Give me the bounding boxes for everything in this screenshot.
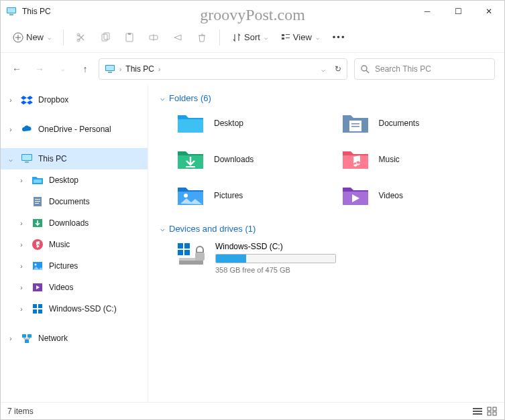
svg-rect-34 (33, 304, 37, 308)
chevron-right-icon[interactable]: › (6, 96, 15, 104)
chevron-right-icon[interactable]: › (17, 263, 26, 270)
sidebar-item-pictures[interactable]: › Pictures (1, 255, 148, 277)
sidebar-item-label: Desktop (49, 176, 78, 185)
svg-rect-2 (9, 14, 13, 15)
svg-rect-59 (493, 412, 496, 415)
sidebar-item-documents[interactable]: Documents (1, 191, 148, 212)
window-controls: ─ ☐ ✕ (412, 1, 504, 22)
sidebar-item-desktop[interactable]: › Desktop (1, 169, 148, 191)
details-view-button[interactable] (472, 407, 483, 416)
search-icon (360, 64, 370, 74)
sidebar-item-label: Dropbox (38, 95, 68, 104)
svg-rect-24 (34, 180, 42, 183)
folder-documents[interactable]: Documents (341, 111, 493, 135)
refresh-button[interactable]: ↻ (335, 64, 341, 74)
copy-button[interactable] (95, 28, 116, 47)
sidebar-item-downloads[interactable]: › Downloads (1, 212, 148, 234)
up-button[interactable]: ↑ (78, 64, 92, 74)
drive-subtext: 358 GB free of 475 GB (215, 266, 336, 274)
sidebar-item-label: Videos (49, 283, 73, 292)
svg-rect-57 (493, 407, 496, 411)
rename-button[interactable] (143, 28, 164, 47)
chevron-right-icon[interactable]: › (17, 177, 26, 184)
folder-music[interactable]: Music (341, 147, 493, 171)
back-button[interactable]: ← (10, 64, 23, 74)
document-icon (32, 196, 44, 208)
chevron-right-icon: › (158, 66, 160, 73)
svg-rect-42 (351, 123, 359, 125)
sidebar-item-dropbox[interactable]: › Dropbox (1, 89, 148, 111)
folder-pictures[interactable]: Pictures (176, 184, 328, 208)
picture-icon (32, 260, 44, 272)
drive-info: Windows-SSD (C:) 358 GB free of 475 GB (215, 242, 336, 274)
sidebar-item-label: Music (49, 240, 70, 249)
svg-rect-53 (473, 408, 482, 409)
sidebar-item-thispc[interactable]: ⌵ This PC (1, 148, 148, 169)
search-input[interactable] (375, 64, 489, 74)
tiles-view-button[interactable] (487, 407, 498, 416)
group-header-drives[interactable]: ⌵ Devices and drives (1) (160, 224, 492, 234)
toolbar-separator (63, 29, 64, 46)
search-box[interactable] (354, 58, 495, 80)
sort-button[interactable]: Sort ⌵ (227, 28, 273, 46)
chevron-down-icon: ⌵ (48, 34, 51, 41)
sidebar-item-network[interactable]: › Network (1, 328, 148, 349)
breadcrumb-root[interactable]: This PC (125, 64, 154, 74)
svg-rect-1 (7, 8, 15, 13)
new-label: New (26, 32, 44, 42)
folder-desktop[interactable]: Desktop (176, 111, 328, 135)
paste-icon (124, 32, 135, 43)
desktop-folder-icon (32, 174, 44, 186)
svg-rect-18 (108, 72, 112, 73)
toolbar-separator (219, 29, 220, 46)
delete-button[interactable] (191, 28, 213, 47)
drive-item[interactable]: Windows-SSD (C:) 358 GB free of 475 GB (176, 242, 492, 274)
rename-icon (148, 32, 159, 43)
svg-rect-46 (178, 243, 183, 249)
forward-button[interactable]: → (33, 64, 46, 74)
chevron-down-icon: ⌵ (316, 34, 319, 41)
chevron-right-icon[interactable]: › (17, 220, 26, 227)
address-dropdown-button[interactable]: ⌵ (321, 66, 325, 73)
svg-rect-22 (22, 155, 32, 160)
view-button[interactable]: View ⌵ (276, 28, 325, 46)
folder-label: Documents (379, 119, 420, 128)
svg-rect-39 (27, 334, 32, 338)
pictures-folder-icon (176, 184, 205, 208)
chevron-right-icon[interactable]: › (17, 241, 26, 249)
recent-button[interactable]: ⌵ (56, 66, 69, 72)
sidebar-item-drive[interactable]: › Windows-SSD (C:) (1, 298, 148, 320)
spacer (1, 320, 148, 328)
svg-rect-47 (184, 243, 190, 249)
sidebar-item-videos[interactable]: › Videos (1, 277, 148, 298)
svg-rect-37 (38, 309, 42, 313)
minimize-button[interactable]: ─ (412, 1, 443, 22)
group-header-folders[interactable]: ⌵ Folders (6) (160, 93, 492, 103)
close-button[interactable]: ✕ (473, 1, 504, 22)
videos-folder-icon (341, 184, 370, 208)
sidebar-item-onedrive[interactable]: › OneDrive - Personal (1, 119, 148, 140)
downloads-folder-icon (176, 147, 205, 171)
more-button[interactable]: ••• (327, 28, 351, 46)
paste-button[interactable] (119, 28, 140, 47)
svg-rect-49 (184, 250, 190, 255)
folder-downloads[interactable]: Downloads (176, 147, 328, 171)
status-item-count: 7 items (7, 407, 34, 416)
plus-circle-icon (13, 32, 23, 43)
share-button[interactable] (167, 28, 188, 47)
svg-point-19 (361, 66, 367, 71)
chevron-right-icon[interactable]: › (17, 284, 26, 291)
chevron-down-icon[interactable]: ⌵ (6, 155, 15, 163)
cut-button[interactable] (70, 28, 92, 47)
folder-label: Pictures (214, 191, 243, 200)
address-box[interactable]: › This PC › ⌵ ↻ (99, 58, 347, 80)
folder-videos[interactable]: Videos (341, 184, 493, 208)
new-button[interactable]: New ⌵ (7, 28, 56, 47)
chevron-right-icon[interactable]: › (17, 305, 26, 313)
chevron-right-icon[interactable]: › (6, 126, 15, 133)
chevron-right-icon[interactable]: › (6, 335, 15, 342)
maximize-button[interactable]: ☐ (443, 1, 473, 22)
sidebar-item-music[interactable]: › Music (1, 234, 148, 255)
address-bar-row: ← → ⌵ ↑ › This PC › ⌵ ↻ (1, 53, 504, 85)
svg-rect-17 (106, 66, 114, 70)
